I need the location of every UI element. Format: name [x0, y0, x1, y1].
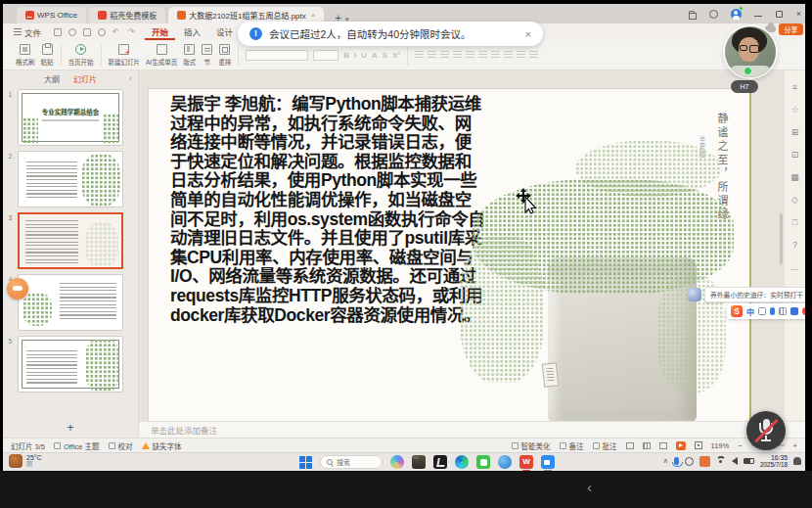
font-name-select[interactable]: [246, 50, 308, 61]
blue-app-icon[interactable]: [498, 455, 512, 469]
font-size-select[interactable]: [313, 50, 338, 61]
tab-manager-icon[interactable]: [688, 10, 697, 19]
edge-browser-icon[interactable]: [455, 455, 469, 469]
vertical-scrollbar[interactable]: [780, 213, 783, 264]
add-slide-button[interactable]: +: [3, 421, 138, 435]
output-icon[interactable]: [83, 28, 91, 36]
play-from-current-button[interactable]: 当页开始: [68, 44, 94, 67]
align-right-icon[interactable]: [491, 51, 500, 59]
align-left-icon[interactable]: [466, 51, 474, 59]
wifi-icon[interactable]: [716, 456, 726, 466]
zoom-out-button[interactable]: −: [738, 441, 742, 450]
meeting-app-icon[interactable]: [541, 455, 555, 469]
smart-beautify-button[interactable]: 智能美化: [512, 440, 551, 451]
taskbar-search[interactable]: 搜索: [320, 455, 383, 469]
preview-icon[interactable]: [98, 28, 106, 36]
print-icon[interactable]: [68, 28, 76, 36]
tray-expand-icon[interactable]: ∧: [663, 457, 668, 465]
battery-icon[interactable]: [744, 458, 754, 464]
tab-close-icon[interactable]: ×: [311, 11, 316, 20]
fit-to-window-icon[interactable]: [695, 441, 702, 449]
superscript-button[interactable]: X²: [392, 51, 400, 60]
table-tool-icon[interactable]: ▦: [790, 172, 799, 182]
normal-view-icon[interactable]: [626, 442, 634, 449]
ribbon-tab-home[interactable]: 开始: [145, 24, 175, 40]
notes-bar[interactable]: 单击此处添加备注: [139, 421, 805, 438]
slideshow-play-button[interactable]: [676, 441, 686, 450]
bullet-list-icon[interactable]: [415, 51, 424, 59]
notification-bell-icon[interactable]: [793, 457, 801, 465]
zoom-in-button[interactable]: +: [793, 441, 797, 450]
slide-thumbnail-1[interactable]: 1 专业实践学期总结会: [3, 89, 138, 146]
save-icon[interactable]: [54, 28, 62, 36]
italic-button[interactable]: I: [354, 51, 356, 60]
ime-voice-icon[interactable]: [770, 307, 775, 315]
char-format-button[interactable]: A: [372, 51, 378, 60]
ribbon-tab-insert[interactable]: 插入: [177, 24, 207, 40]
clock-widget[interactable]: 16:35 2025/7/18: [760, 454, 788, 468]
slide-thumbnail-3-current[interactable]: 3: [3, 212, 138, 269]
align-center-icon[interactable]: [478, 51, 487, 59]
ime-skin-icon[interactable]: [802, 307, 805, 315]
crop-icon[interactable]: ⊡: [791, 150, 799, 160]
close-button[interactable]: ×: [796, 10, 801, 19]
help-icon[interactable]: ?: [792, 240, 797, 250]
slide-thumbnail-5[interactable]: 5: [3, 336, 138, 393]
more-tools-icon[interactable]: …: [790, 262, 799, 272]
layout-button[interactable]: 版式: [183, 44, 196, 67]
ime-pen-icon[interactable]: [758, 307, 766, 315]
theme-button[interactable]: Office 主题: [54, 440, 100, 451]
mute-mic-button[interactable]: [746, 411, 786, 450]
panel-tab-slides[interactable]: 幻灯片: [73, 73, 97, 84]
taskbar-weather-widget[interactable]: 25°C 阴: [9, 454, 42, 468]
insert-object-icon[interactable]: ⊞: [791, 127, 799, 137]
line-spacing-icon[interactable]: [504, 51, 513, 59]
properties-icon[interactable]: ≡: [792, 82, 797, 92]
tab-docer[interactable]: 稻壳免费模板: [89, 7, 165, 23]
undo-icon[interactable]: ↶: [113, 28, 121, 36]
indent-increase-icon[interactable]: [453, 51, 462, 59]
format-painter-button[interactable]: 格式刷: [16, 44, 35, 67]
number-list-icon[interactable]: [428, 51, 436, 59]
tab-wps-home[interactable]: WPS Office: [17, 7, 86, 23]
new-slide-button[interactable]: 新建幻灯片: [109, 44, 141, 67]
ime-keyboard-icon[interactable]: [779, 307, 787, 315]
zoom-level[interactable]: 119%: [711, 441, 730, 450]
ime-toolbox-icon[interactable]: [790, 307, 798, 315]
panel-collapse-icon[interactable]: ‹: [129, 73, 132, 83]
collapse-chevron-icon[interactable]: ‹: [587, 479, 592, 495]
bold-button[interactable]: B: [343, 51, 349, 60]
strike-button[interactable]: S: [383, 51, 387, 60]
sorter-view-icon[interactable]: [643, 442, 651, 449]
cloud-sync-icon[interactable]: [765, 25, 776, 32]
frame-tool-icon[interactable]: □: [792, 217, 797, 227]
rearrange-button[interactable]: 重排: [218, 44, 231, 67]
notification-close-icon[interactable]: ×: [525, 28, 531, 40]
wps-assistant-ball[interactable]: [7, 278, 28, 300]
underline-button[interactable]: U: [361, 51, 367, 60]
proofing-button[interactable]: 校对: [109, 440, 133, 451]
file-explorer-icon[interactable]: [412, 455, 426, 469]
green-app-icon[interactable]: [476, 455, 490, 469]
file-menu[interactable]: 文件: [9, 26, 46, 38]
indent-decrease-icon[interactable]: [440, 51, 449, 59]
account-avatar[interactable]: [731, 9, 742, 20]
copilot-app-icon[interactable]: [390, 455, 404, 469]
minimize-button[interactable]: [754, 16, 762, 18]
start-button[interactable]: [299, 456, 312, 469]
text-direction-icon[interactable]: [529, 51, 538, 59]
redo-icon[interactable]: ↷: [128, 28, 137, 36]
tray-mic-icon[interactable]: [674, 457, 679, 465]
ribbon-tab-design[interactable]: 设计: [209, 24, 240, 40]
settings-gear-icon[interactable]: [709, 10, 718, 19]
sogou-logo-icon[interactable]: S: [731, 305, 743, 317]
slide-thumbnail-2[interactable]: 2: [3, 151, 138, 208]
wps-taskbar-icon[interactable]: W: [519, 455, 533, 469]
paste-button[interactable]: 粘贴: [41, 44, 54, 67]
favorites-icon[interactable]: ☆: [790, 105, 798, 115]
columns-icon[interactable]: [517, 51, 525, 59]
restore-button[interactable]: [775, 10, 784, 19]
dark-app-icon[interactable]: [433, 455, 447, 469]
share-button[interactable]: 分享: [779, 23, 803, 35]
comment-button[interactable]: 批注: [593, 440, 617, 451]
